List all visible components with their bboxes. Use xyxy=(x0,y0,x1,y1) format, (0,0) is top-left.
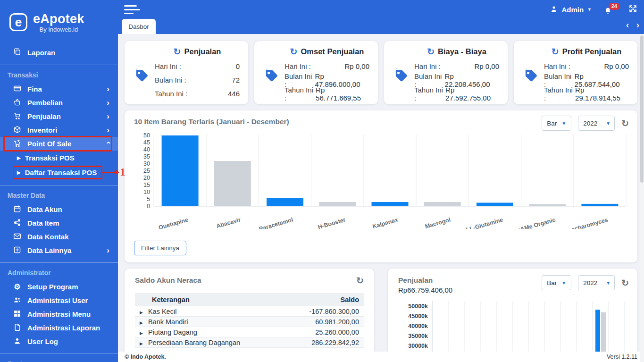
caret-right-icon[interactable]: ▶ xyxy=(140,341,143,346)
chart-type-select[interactable]: Bar▼ xyxy=(542,275,571,290)
stat-label: Bulan Ini : xyxy=(155,76,186,84)
tab-scroll-left-icon[interactable]: ‹ xyxy=(626,21,629,29)
table-row[interactable]: ▶Persediaan Barang Dagangan 286.229.842,… xyxy=(135,337,364,348)
caret-right-icon: ▶ xyxy=(17,170,21,175)
stat-label: Hari Ini : xyxy=(155,62,181,70)
account-balance: 60.981.200,00 xyxy=(284,317,364,327)
svg-text:30000k: 30000k xyxy=(408,343,428,349)
refresh-icon[interactable]: ↻ xyxy=(621,119,629,128)
page-scrollbar[interactable] xyxy=(640,34,644,362)
sidebar-item-transaksi-pos[interactable]: ▶ Transaksi POS xyxy=(0,151,118,165)
sidebar-item-administrasi-user[interactable]: Administrasi User xyxy=(0,294,118,307)
caret-right-icon[interactable]: ▶ xyxy=(140,331,143,336)
version-text: Versi 1.2.11 xyxy=(607,354,637,360)
sidebar-item-data-item[interactable]: Data Item xyxy=(0,216,118,230)
refresh-icon[interactable]: ↻ xyxy=(427,47,435,56)
basket-icon xyxy=(13,98,21,108)
table-row[interactable]: ▶Bank Mandiri 60.981.200,00 xyxy=(135,317,364,327)
svg-text:Saccharomyces: Saccharomyces xyxy=(564,216,609,229)
svg-text:5: 5 xyxy=(147,196,150,202)
sidebar-item-penjualan[interactable]: Penjualan › xyxy=(0,109,118,123)
sidebar-section-transaksi: Transaksi xyxy=(8,71,118,79)
sidebar-item-inventori[interactable]: Inventori › xyxy=(0,123,118,137)
sidebar-item-laporan[interactable]: Laporan xyxy=(0,45,118,59)
card-title: Penjualan xyxy=(184,47,221,56)
chart-year-select[interactable]: 2022▼ xyxy=(578,275,615,290)
sidebar-item-label: Daftar Transaksi POS xyxy=(25,168,97,177)
svg-text:H-Booster: H-Booster xyxy=(317,216,346,229)
stat-value: Rp 0,00 xyxy=(604,62,629,70)
refresh-icon[interactable]: ↻ xyxy=(552,47,559,56)
tab-scroll-right-icon[interactable]: › xyxy=(636,21,639,29)
plus-square-icon xyxy=(13,246,21,255)
sidebar-item-administrasi-laporan[interactable]: Administrasi Laporan xyxy=(0,321,118,335)
account-balance: 25.260.000,00 xyxy=(284,327,364,337)
sidebar-item-pembelian[interactable]: Pembelian › xyxy=(0,96,118,109)
svg-text:50000k: 50000k xyxy=(408,303,428,310)
copyright-text: © Indo Apotek. xyxy=(125,354,166,360)
share-nodes-icon xyxy=(13,219,21,228)
tab-dasbor[interactable]: Dasbor xyxy=(122,19,156,34)
user-name: Admin xyxy=(561,6,584,14)
terlaris-bar-chart: 05101520253035404550QuetiapineAbacavirPa… xyxy=(134,132,628,231)
sidebar-section-bantuan: Bantuan xyxy=(8,360,118,362)
svg-text:Baby&Me Organic: Baby&Me Organic xyxy=(506,216,556,229)
annotation-step-number: 1 xyxy=(120,166,125,178)
user-menu[interactable]: Admin ▼ xyxy=(550,5,592,14)
chevron-right-icon: › xyxy=(107,99,118,107)
svg-text:40000k: 40000k xyxy=(408,323,428,329)
stat-label: Hari Ini : xyxy=(544,62,570,70)
refresh-icon[interactable]: ↻ xyxy=(621,278,629,287)
sidebar-item-administrasi-menu[interactable]: Administrasi Menu xyxy=(0,307,118,321)
gear-icon: ⚙ xyxy=(13,283,21,291)
sidebar-item-fina[interactable]: Fina › xyxy=(0,82,118,96)
chevron-right-icon: › xyxy=(107,246,118,254)
sidebar-item-data-kontak[interactable]: Data Kontak xyxy=(0,230,118,244)
top-chart-card: 10 Item Barang Terlaris (Januari - Desem… xyxy=(125,110,637,262)
svg-text:Quetiapine: Quetiapine xyxy=(158,216,189,229)
stat-label: Tahun Ini : xyxy=(544,86,575,102)
app-tagline: By Indoweb.id xyxy=(39,26,78,33)
sidebar-item-setup-program[interactable]: ⚙ Setup Program xyxy=(0,280,118,294)
stat-value: Rp 0,00 xyxy=(474,62,499,70)
select-value: Bar xyxy=(547,120,557,127)
stat-value: 72 xyxy=(232,76,240,84)
sidebar-toggle-icon[interactable] xyxy=(124,5,140,17)
table-row[interactable]: ▶Piutang Dagang 25.260.000,00 xyxy=(135,327,364,337)
cart-plus-icon xyxy=(13,139,21,149)
stat-label: Hari Ini : xyxy=(284,62,311,70)
copy-icon xyxy=(13,48,21,57)
app-title: eApotek xyxy=(33,12,84,26)
refresh-icon[interactable]: ↻ xyxy=(290,47,298,56)
caret-right-icon[interactable]: ▶ xyxy=(140,320,143,325)
caret-right-icon[interactable]: ▶ xyxy=(140,310,143,315)
column-header-keterangan: Keterangan xyxy=(135,293,284,306)
svg-text:35: 35 xyxy=(143,153,150,160)
sidebar-item-point-of-sale[interactable]: Point Of Sale › xyxy=(0,137,118,151)
sidebar-item-data-lainnya[interactable]: Data Lainnya › xyxy=(0,244,118,257)
notification-badge: 24 xyxy=(609,3,620,10)
filter-lainnya-button[interactable]: Filter Lainnya xyxy=(134,241,186,255)
refresh-icon[interactable]: ↻ xyxy=(174,47,181,56)
sidebar-item-data-akun[interactable]: Data Akun xyxy=(0,202,118,216)
svg-text:15: 15 xyxy=(143,182,150,188)
tag-icon xyxy=(391,66,409,85)
refresh-icon[interactable]: ↻ xyxy=(356,276,364,285)
sidebar-item-user-log[interactable]: User Log xyxy=(0,335,118,348)
select-value: 2022 xyxy=(583,120,597,127)
sidebar-item-daftar-transaksi-pos[interactable]: ▶ Daftar Transaksi POS 1 xyxy=(0,165,118,180)
fullscreen-button[interactable] xyxy=(628,4,637,15)
sidebar-divider xyxy=(0,185,118,185)
stat-value: Rp 0,00 xyxy=(344,62,369,70)
credit-card-icon xyxy=(13,84,21,94)
stat-card-penjualan: ↻Penjualan Hari Ini :0 Bulan Ini :72 Tah… xyxy=(125,41,248,104)
chart-year-select[interactable]: 2022▼ xyxy=(578,116,615,131)
table-row[interactable]: ▶Kas Kecil -167.860.300,00 xyxy=(135,306,364,317)
scrollbar-thumb[interactable] xyxy=(640,35,644,183)
chart-type-select[interactable]: Bar▼ xyxy=(542,116,571,131)
notifications-button[interactable]: 24 xyxy=(604,4,616,15)
sidebar-divider xyxy=(0,354,118,354)
stat-value: Rp 27.592.755,00 xyxy=(445,86,499,102)
svg-text:Paracetamol: Paracetamol xyxy=(259,216,294,229)
sidebar-item-label: Pembelian xyxy=(27,99,63,107)
